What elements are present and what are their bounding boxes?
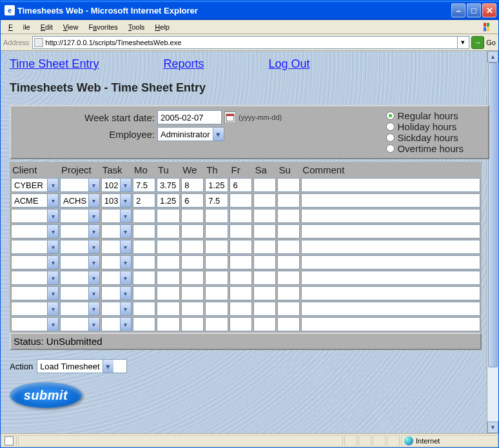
address-dropdown-icon[interactable]: ▾: [457, 37, 467, 48]
cell-input[interactable]: 7.5: [133, 178, 155, 192]
cell-input[interactable]: [301, 255, 480, 269]
maximize-button[interactable]: □: [467, 3, 481, 17]
cell-input[interactable]: [277, 240, 300, 254]
cell-input[interactable]: [181, 271, 204, 285]
menu-edit[interactable]: Edit: [35, 22, 58, 32]
cell-input[interactable]: 1.25: [157, 193, 180, 208]
radio-overtime[interactable]: [386, 144, 395, 153]
cell-input[interactable]: [133, 224, 155, 239]
cell-input[interactable]: [301, 271, 480, 285]
close-button[interactable]: ✕: [482, 3, 496, 17]
cell-input[interactable]: [205, 209, 228, 223]
cell-select[interactable]: ▾: [11, 302, 59, 316]
cell-select[interactable]: ▾: [60, 224, 100, 239]
cell-input[interactable]: [277, 209, 300, 223]
cell-select[interactable]: ▾: [101, 240, 132, 254]
cell-select[interactable]: ▾: [60, 271, 100, 285]
cell-input[interactable]: [277, 317, 300, 331]
cell-input[interactable]: [133, 240, 155, 254]
cell-input[interactable]: [301, 317, 480, 331]
cell-input[interactable]: [253, 271, 276, 285]
cell-select[interactable]: CYBER▾: [11, 178, 59, 192]
cell-input[interactable]: [301, 193, 480, 208]
cell-select[interactable]: ▾: [101, 286, 132, 300]
cell-select[interactable]: ▾: [101, 224, 132, 239]
cell-input[interactable]: 8: [181, 178, 204, 192]
cell-input[interactable]: 3.75: [157, 178, 180, 192]
cell-input[interactable]: [253, 240, 276, 254]
cell-input[interactable]: [181, 286, 204, 300]
cell-input[interactable]: [157, 209, 180, 223]
cell-input[interactable]: [205, 271, 228, 285]
cell-input[interactable]: [301, 240, 480, 254]
cell-input[interactable]: [133, 209, 155, 223]
cell-input[interactable]: [181, 302, 204, 316]
cell-input[interactable]: [230, 255, 252, 269]
cell-input[interactable]: [301, 224, 480, 239]
radio-sickday[interactable]: [386, 133, 395, 142]
cell-select[interactable]: ▾: [11, 224, 59, 239]
cell-input[interactable]: [277, 193, 300, 208]
cell-select[interactable]: ▾: [60, 209, 100, 223]
menu-favorites[interactable]: Favorites: [83, 22, 122, 32]
cell-select[interactable]: ▾: [101, 209, 132, 223]
cell-input[interactable]: [230, 286, 252, 300]
cell-input[interactable]: [230, 193, 252, 208]
cell-input[interactable]: [277, 302, 300, 316]
cell-input[interactable]: [181, 255, 204, 269]
cell-select[interactable]: ▾: [101, 271, 132, 285]
cell-input[interactable]: 6: [230, 178, 252, 192]
cell-input[interactable]: [133, 302, 155, 316]
cell-input[interactable]: [157, 240, 180, 254]
cell-input[interactable]: 2: [133, 193, 155, 208]
cell-input[interactable]: [205, 302, 228, 316]
cell-input[interactable]: [277, 178, 300, 192]
cell-select[interactable]: ▾: [60, 240, 100, 254]
cell-input[interactable]: [230, 271, 252, 285]
cell-input[interactable]: [157, 302, 180, 316]
go-button-icon[interactable]: →: [471, 36, 484, 49]
cell-select[interactable]: ACHS▾: [60, 193, 100, 208]
cell-select[interactable]: ▾: [101, 255, 132, 269]
menu-file[interactable]: File: [3, 22, 35, 32]
cell-input[interactable]: [277, 286, 300, 300]
cell-input[interactable]: [133, 255, 155, 269]
cell-input[interactable]: [157, 271, 180, 285]
cell-input[interactable]: [157, 255, 180, 269]
cell-select[interactable]: ▾: [60, 255, 100, 269]
menu-view[interactable]: View: [58, 22, 84, 32]
cell-input[interactable]: [301, 178, 480, 192]
cell-input[interactable]: [205, 224, 228, 239]
action-select[interactable]: Load Timesheet ▾: [37, 359, 127, 373]
cell-input[interactable]: [301, 209, 480, 223]
cell-select[interactable]: ▾: [11, 255, 59, 269]
cell-input[interactable]: [253, 193, 276, 208]
cell-input[interactable]: [181, 224, 204, 239]
cell-input[interactable]: [253, 224, 276, 239]
nav-reports-link[interactable]: Reports: [163, 57, 204, 71]
cell-select[interactable]: ▾: [11, 209, 59, 223]
cell-input[interactable]: [253, 209, 276, 223]
cell-input[interactable]: 1.25: [205, 178, 228, 192]
cell-input[interactable]: [157, 286, 180, 300]
nav-entry-link[interactable]: Time Sheet Entry: [10, 57, 99, 71]
cell-select[interactable]: ▾: [60, 286, 100, 300]
cell-input[interactable]: [157, 224, 180, 239]
cell-input[interactable]: [230, 240, 252, 254]
cell-input[interactable]: [133, 317, 155, 331]
cell-select[interactable]: ACME▾: [11, 193, 59, 208]
cell-input[interactable]: [205, 255, 228, 269]
cell-input[interactable]: [253, 255, 276, 269]
cell-input[interactable]: 6: [181, 193, 204, 208]
cell-select[interactable]: ▾: [60, 317, 100, 331]
radio-holiday[interactable]: [386, 122, 395, 131]
cell-input[interactable]: [157, 317, 180, 331]
cell-input[interactable]: [253, 317, 276, 331]
cell-input[interactable]: [133, 286, 155, 300]
go-button-label[interactable]: Go: [486, 39, 496, 46]
cell-input[interactable]: [277, 255, 300, 269]
cell-select[interactable]: ▾: [11, 286, 59, 300]
cell-select[interactable]: ▾: [11, 271, 59, 285]
cell-input[interactable]: [205, 317, 228, 331]
nav-logout-link[interactable]: Log Out: [268, 57, 309, 71]
